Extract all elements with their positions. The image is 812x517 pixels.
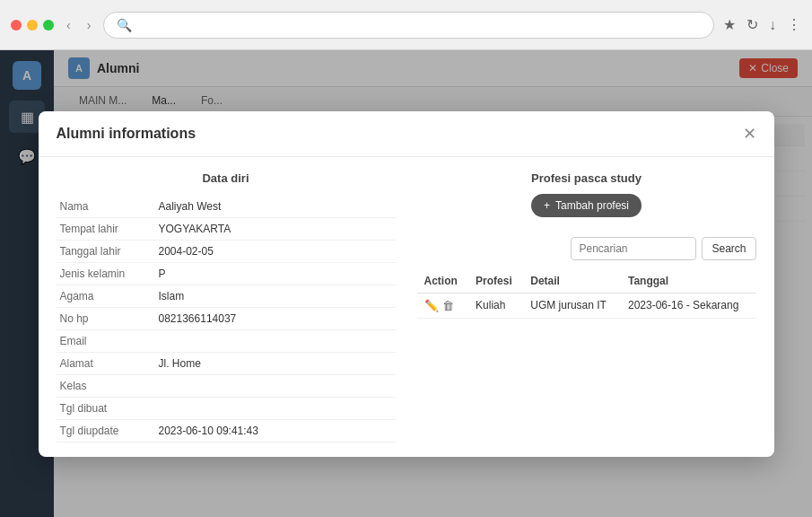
- modal-body: Data diri Nama Aaliyah West Tempat lahir…: [39, 157, 774, 457]
- info-value: P: [155, 262, 396, 285]
- delete-profesi-button[interactable]: 🗑: [442, 299, 454, 312]
- nav-forward-button[interactable]: ›: [83, 16, 95, 34]
- info-value: Jl. Home: [155, 352, 396, 374]
- tambah-profesi-button[interactable]: + Tambah profesi: [531, 194, 642, 217]
- app-area: A ▦ 💬 A Alumni ✕ Close MAIN M...: [0, 50, 812, 517]
- search-button[interactable]: Search: [702, 237, 755, 260]
- info-label: No hp: [57, 307, 155, 329]
- right-panel: Profesi pasca study + Tambah profesi Sea…: [417, 171, 756, 443]
- modal-close-button[interactable]: ✕: [743, 126, 756, 142]
- info-row: Alamat Jl. Home: [57, 352, 396, 374]
- info-row: Jenis kelamin P: [57, 262, 396, 285]
- plus-icon: +: [544, 199, 550, 212]
- detail-cell: UGM jurusan IT: [523, 293, 621, 318]
- traffic-lights: [11, 20, 54, 31]
- info-value: [155, 397, 396, 419]
- profesi-action-icons: ✏️ 🗑: [424, 299, 462, 312]
- traffic-light-yellow[interactable]: [27, 20, 38, 31]
- info-value: Islam: [155, 285, 396, 307]
- edit-profesi-button[interactable]: ✏️: [424, 299, 439, 312]
- info-label: Tanggal lahir: [57, 240, 155, 262]
- bookmark-button[interactable]: ★: [723, 16, 736, 33]
- tambah-label: Tambah profesi: [555, 199, 629, 212]
- traffic-light-red[interactable]: [11, 20, 22, 31]
- profesi-table: ActionProfesiDetailTanggal ✏️ 🗑 Kuliah U…: [417, 269, 756, 319]
- info-label: Agama: [57, 285, 155, 307]
- info-label: Tgl diupdate: [57, 419, 155, 442]
- profesi-col-header: Tanggal: [621, 269, 756, 294]
- data-diri-heading: Data diri: [57, 171, 396, 185]
- info-row: Agama Islam: [57, 285, 396, 307]
- modal-header: Alumni informations ✕: [39, 111, 774, 157]
- left-panel: Data diri Nama Aaliyah West Tempat lahir…: [57, 171, 396, 443]
- info-label: Tgl dibuat: [57, 397, 155, 419]
- reload-button[interactable]: ↻: [747, 16, 758, 33]
- info-row: Kelas: [57, 374, 396, 397]
- profesi-col-header: Action: [417, 269, 469, 294]
- info-value: Aaliyah West: [155, 196, 396, 218]
- info-value: 0821366114037: [155, 307, 396, 329]
- profesi-col-header: Profesi: [468, 269, 523, 294]
- address-bar[interactable]: 🔍: [103, 12, 714, 39]
- info-value: YOGYAKARTA: [155, 217, 396, 240]
- modal-overlay[interactable]: Alumni informations ✕ Data diri Nama Aal…: [0, 50, 812, 517]
- browser-actions: ★ ↻ ↓ ⋮: [723, 16, 801, 33]
- profesi-action-cell: ✏️ 🗑: [417, 293, 469, 318]
- modal-title: Alumni informations: [57, 126, 196, 142]
- download-button[interactable]: ↓: [769, 17, 776, 33]
- info-value: [155, 329, 396, 352]
- info-label: Nama: [57, 196, 155, 218]
- profesi-col-header: Detail: [523, 269, 621, 294]
- data-diri-table: Nama Aaliyah West Tempat lahir YOGYAKART…: [57, 196, 396, 443]
- info-row: Email: [57, 329, 396, 352]
- profesi-heading: Profesi pasca study + Tambah profesi: [417, 171, 756, 228]
- info-value: [155, 374, 396, 397]
- info-label: Jenis kelamin: [57, 262, 155, 285]
- info-label: Alamat: [57, 352, 155, 374]
- tanggal-cell: 2023-06-16 - Sekarang: [621, 293, 756, 318]
- browser-chrome: ‹ › 🔍 ★ ↻ ↓ ⋮: [0, 0, 812, 50]
- info-row: Tgl diupdate 2023-06-10 09:41:43: [57, 419, 396, 442]
- info-value: 2023-06-10 09:41:43: [155, 419, 396, 442]
- pencarian-input[interactable]: [571, 237, 696, 260]
- profesi-pasca-label: Profesi pasca study: [417, 171, 756, 185]
- traffic-light-green[interactable]: [43, 20, 54, 31]
- info-row: Nama Aaliyah West: [57, 196, 396, 218]
- profesi-row: ✏️ 🗑 Kuliah UGM jurusan IT 2023-06-16 - …: [417, 293, 756, 318]
- info-value: 2004-02-05: [155, 240, 396, 262]
- info-row: No hp 0821366114037: [57, 307, 396, 329]
- info-row: Tanggal lahir 2004-02-05: [57, 240, 396, 262]
- info-row: Tempat lahir YOGYAKARTA: [57, 217, 396, 240]
- profesi-cell: Kuliah: [468, 293, 523, 318]
- menu-button[interactable]: ⋮: [787, 16, 801, 33]
- nav-back-button[interactable]: ‹: [63, 16, 74, 34]
- info-label: Kelas: [57, 374, 155, 397]
- search-icon: 🔍: [117, 18, 132, 32]
- info-label: Email: [57, 329, 155, 352]
- info-row: Tgl dibuat: [57, 397, 396, 419]
- alumni-info-modal: Alumni informations ✕ Data diri Nama Aal…: [39, 111, 774, 457]
- search-row: Search: [417, 237, 756, 260]
- info-label: Tempat lahir: [57, 217, 155, 240]
